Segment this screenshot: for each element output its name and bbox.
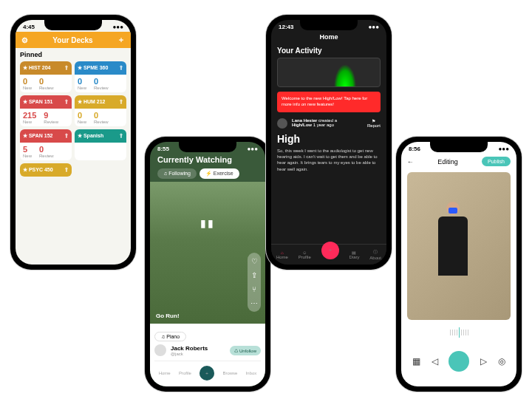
record-button[interactable] <box>449 351 469 372</box>
edit-controls: ▦ ◁ ▷ ◎ <box>401 345 516 378</box>
activity-title: Your Activity <box>277 47 381 55</box>
phone-watching: 8:55●●● Currently Watching ♫ Following ⚡… <box>145 137 270 392</box>
tabs: ♫ Following ⚡ Exercise <box>150 166 265 182</box>
action-sidebar: ♡ ⇪ ⑂ ⋯ <box>248 253 261 312</box>
welcome-banner[interactable]: Welcome to the new High/Low! Tap here fo… <box>277 92 381 112</box>
add-button[interactable]: ＋ <box>321 242 339 259</box>
page-title: Home <box>271 32 386 42</box>
tab-following[interactable]: ♫ Following <box>157 168 197 179</box>
nav-diary[interactable]: ▤Diary <box>349 250 359 259</box>
clips-icon[interactable]: ▦ <box>412 356 420 366</box>
post-title: High <box>277 133 381 145</box>
deck-card[interactable]: ★ SPME 360⇪0New0Review <box>75 61 126 92</box>
bottom-nav: ⌂Home ☺Profile ＋ ▤Diary ⓘAbout <box>271 244 386 265</box>
deck-card[interactable]: ★ HIST 204⇪0New0Review <box>20 61 72 92</box>
unfollow-button[interactable]: ♺ Unfollow <box>230 346 261 355</box>
header: ⚙ Your Decks ＋ <box>16 32 131 48</box>
share-icon[interactable]: ⇪ <box>119 133 123 139</box>
phone-activity: 12:43●●● Home Your Activity Welcome to t… <box>266 15 392 270</box>
share-icon[interactable]: ⇪ <box>64 167 69 173</box>
page-title: Your Decks <box>52 36 92 44</box>
deck-grid: ★ HIST 204⇪0New0Review★ SPME 360⇪0New0Re… <box>16 61 131 177</box>
section-pinned: Pinned <box>16 48 131 61</box>
bottom-nav: Home Profile ＋ Browse Inbox <box>154 361 261 382</box>
add-icon[interactable]: ＋ <box>117 35 125 45</box>
user-handle: @jack <box>171 352 208 356</box>
camera-icon[interactable]: ◎ <box>498 356 505 366</box>
nav-home[interactable]: Home <box>159 371 171 375</box>
share-icon[interactable]: ⇪ <box>64 99 69 105</box>
nav-profile[interactable]: Profile <box>179 371 191 375</box>
share-icon[interactable]: ⇪ <box>119 99 123 105</box>
timeline-scrubber[interactable] <box>401 323 516 342</box>
next-icon[interactable]: ▷ <box>480 356 487 366</box>
nav-profile[interactable]: ☺Profile <box>299 250 311 259</box>
video-area[interactable]: ▮▮ ♡ ⇪ ⑂ ⋯ Go Run! <box>150 182 265 324</box>
share-icon[interactable]: ⇪ <box>64 133 69 139</box>
like-icon[interactable]: ♡ <box>250 257 258 265</box>
deck-card[interactable]: ★ HUM 212⇪0New0Review <box>75 95 126 126</box>
report-button[interactable]: ⚑Report <box>367 118 381 129</box>
page-title: Editing <box>437 158 458 166</box>
avatar[interactable] <box>154 344 166 356</box>
deck-card[interactable]: ★ SPAN 152⇪5New0Review <box>20 129 72 160</box>
header: ← Editing Publish <box>401 154 516 169</box>
pause-icon[interactable]: ▮▮ <box>200 217 215 229</box>
nav-about[interactable]: ⓘAbout <box>369 249 381 260</box>
avatar[interactable] <box>277 118 287 129</box>
post-header: Lana Hester created a High/Low 1 year ag… <box>277 118 381 129</box>
user-row: Jack Roberts @jack ♺ Unfollow <box>154 344 261 356</box>
video-caption: Go Run! <box>156 313 180 319</box>
share-icon[interactable]: ⇪ <box>64 65 69 71</box>
nav-inbox[interactable]: Inbox <box>246 371 257 375</box>
more-icon[interactable]: ⋯ <box>250 299 258 307</box>
nav-home[interactable]: ⌂Home <box>276 250 288 259</box>
phone-decks: 4:45●●● ⚙ Your Decks ＋ Pinned ★ HIST 204… <box>10 15 136 270</box>
deck-card[interactable]: ★ SPAN 151⇪215New9Review <box>20 95 72 126</box>
branch-icon[interactable]: ⑂ <box>250 285 258 293</box>
video-preview[interactable] <box>407 172 511 320</box>
deck-card[interactable]: ★ PSYC 450⇪ <box>20 163 72 177</box>
activity-chart[interactable] <box>277 58 381 87</box>
share-icon[interactable]: ⇪ <box>119 65 123 71</box>
page-title: Currently Watching <box>150 154 265 166</box>
back-icon[interactable]: ← <box>407 158 414 166</box>
add-button[interactable]: ＋ <box>200 366 214 381</box>
tab-exercise[interactable]: ⚡ Exercise <box>200 168 239 179</box>
prev-icon[interactable]: ◁ <box>432 356 438 366</box>
post-text: So, this week I went to the audiologist … <box>277 148 381 173</box>
user-name: Jack Roberts <box>171 345 208 352</box>
deck-card[interactable]: ★ Spanish⇪ <box>75 129 126 160</box>
settings-icon[interactable]: ⚙ <box>21 36 28 44</box>
share-icon[interactable]: ⇪ <box>250 271 258 279</box>
nav-browse[interactable]: Browse <box>222 371 237 375</box>
tag-pill[interactable]: ♫ Piano <box>154 332 186 341</box>
phone-editing: 8:56●●● ← Editing Publish ▦ ◁ ▷ ◎ <box>396 137 522 392</box>
publish-button[interactable]: Publish <box>482 157 511 166</box>
